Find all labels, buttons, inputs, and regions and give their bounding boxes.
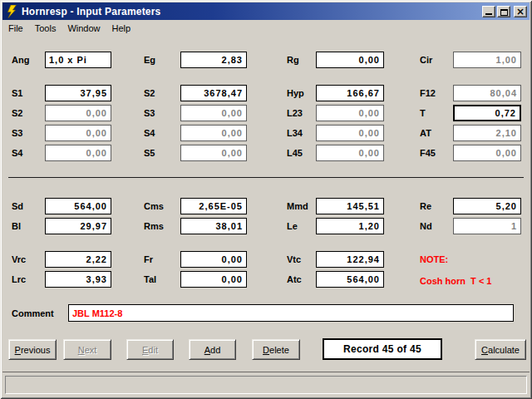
status-bar: [5, 376, 527, 394]
s5d-field: [180, 145, 247, 161]
eg-field[interactable]: [180, 52, 247, 68]
sd-field[interactable]: [45, 198, 111, 214]
previous-button[interactable]: Previous: [8, 339, 57, 360]
calculate-button-label: Calculate: [481, 345, 520, 355]
next-button-label: Next: [78, 345, 97, 355]
f12-label: F12: [420, 85, 436, 101]
l34-label: L34: [287, 125, 303, 141]
delete-button-label: Delete: [263, 345, 289, 355]
atc-label: Atc: [287, 271, 302, 288]
note-title: NOTE:: [420, 251, 448, 268]
f45-field: [453, 145, 521, 161]
comment-label: Comment: [12, 305, 54, 322]
edit-button: Edit: [126, 339, 174, 360]
f12-field: [453, 85, 521, 101]
le-field[interactable]: [316, 218, 384, 234]
close-icon: ×: [516, 7, 525, 17]
calculate-button[interactable]: Calculate: [475, 339, 526, 360]
l23-field: [316, 105, 384, 121]
cms-label: Cms: [144, 198, 164, 214]
rms-label: Rms: [144, 218, 164, 234]
vtc-field[interactable]: [316, 251, 384, 268]
add-button[interactable]: Add: [189, 339, 236, 360]
tal-label: Tal: [144, 271, 156, 288]
s4d-field: [45, 145, 111, 161]
re-field[interactable]: [453, 198, 521, 214]
eg-label: Eg: [144, 52, 155, 68]
mmd-label: Mmd: [287, 198, 308, 214]
at-field: [453, 125, 521, 141]
hyp-field[interactable]: [316, 85, 384, 101]
close-button[interactable]: ×: [514, 6, 527, 17]
t-field[interactable]: [453, 105, 521, 121]
status-bar-ridge: [2, 372, 530, 372]
cir-field: [453, 52, 521, 68]
s1-field[interactable]: [45, 85, 111, 101]
atc-field[interactable]: [316, 271, 384, 288]
l23-label: L23: [287, 105, 303, 121]
re-label: Re: [420, 198, 431, 214]
rg-field[interactable]: [316, 52, 384, 68]
cms-field[interactable]: [180, 198, 247, 214]
delete-button[interactable]: Delete: [252, 339, 300, 360]
hyp-label: Hyp: [287, 85, 304, 101]
mmd-field[interactable]: [316, 198, 384, 214]
s1-label: S1: [12, 85, 22, 101]
lightning-bolt-icon[interactable]: [5, 5, 18, 18]
vrc-field[interactable]: [45, 251, 111, 268]
s2-label: S2: [144, 85, 155, 101]
previous-button-label: Previous: [15, 345, 51, 355]
sd-label: Sd: [12, 198, 23, 214]
at-label: AT: [420, 125, 431, 141]
le-label: Le: [287, 218, 298, 234]
hornresp-window: Hornresp - Input Parameters × File Tools…: [0, 0, 532, 399]
s3c-field: [45, 125, 111, 141]
l45-label: L45: [287, 145, 303, 161]
maximize-button[interactable]: [497, 6, 510, 17]
comment-field[interactable]: [68, 304, 514, 322]
s4d-label: S4: [12, 145, 22, 161]
nd-field: [453, 218, 521, 234]
menu-tools[interactable]: Tools: [29, 22, 62, 35]
vrc-label: Vrc: [12, 251, 26, 268]
s3b-field: [180, 105, 247, 121]
s3c-label: S3: [12, 125, 22, 141]
bl-label: Bl: [12, 218, 21, 234]
s3b-label: S3: [144, 105, 155, 121]
s4c-label: S4: [144, 125, 155, 141]
menu-file[interactable]: File: [2, 22, 29, 35]
cir-label: Cir: [420, 52, 432, 68]
ang-label: Ang: [12, 52, 29, 68]
rg-label: Rg: [287, 52, 299, 68]
add-button-label: Add: [204, 345, 221, 355]
title-bar[interactable]: Hornresp - Input Parameters ×: [2, 2, 530, 20]
next-button: Next: [63, 339, 111, 360]
ang-field[interactable]: [45, 52, 111, 68]
vtc-label: Vtc: [287, 251, 301, 268]
minimize-button[interactable]: [482, 6, 495, 17]
l45-field: [316, 145, 384, 161]
s2b-label: S2: [12, 105, 22, 121]
l34-field: [316, 125, 384, 141]
bl-field[interactable]: [45, 218, 111, 234]
t-label: T: [420, 105, 426, 121]
menu-help[interactable]: Help: [106, 22, 137, 35]
rms-field[interactable]: [180, 218, 247, 234]
note-text: Cosh horn T < 1: [420, 273, 491, 289]
fr-label: Fr: [144, 251, 153, 268]
menu-window[interactable]: Window: [62, 22, 106, 35]
s4c-field: [180, 125, 247, 141]
s2b-field: [45, 105, 111, 121]
maximize-icon: [500, 9, 508, 16]
tal-field[interactable]: [180, 271, 247, 288]
edit-button-label: Edit: [142, 345, 158, 355]
f45-label: F45: [420, 145, 436, 161]
minimize-icon: [485, 13, 492, 15]
record-indicator: Record 45 of 45: [323, 338, 442, 360]
lrc-field[interactable]: [45, 271, 111, 288]
menu-bar: File Tools Window Help: [2, 20, 530, 37]
window-title: Hornresp - Input Parameters: [22, 6, 480, 17]
s5d-label: S5: [144, 145, 155, 161]
fr-field[interactable]: [180, 251, 247, 268]
s2-field[interactable]: [180, 85, 247, 101]
